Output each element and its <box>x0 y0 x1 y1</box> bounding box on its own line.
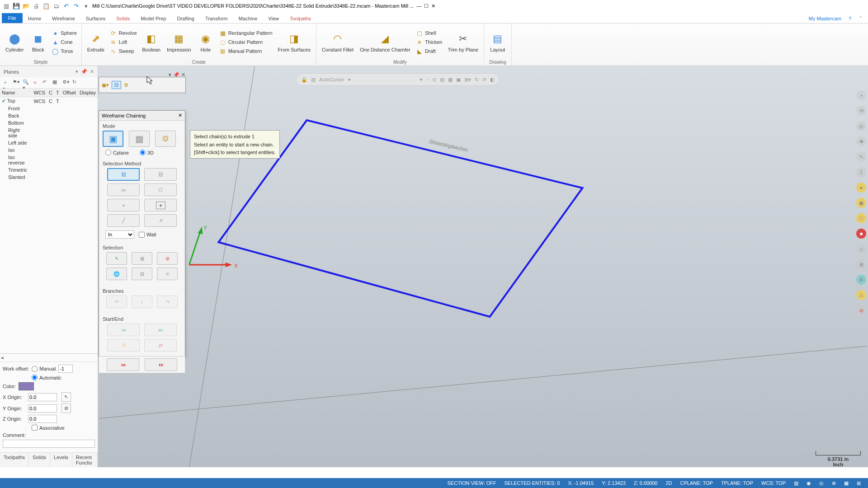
rectpattern-button[interactable]: ▦Rectangular Pattern <box>218 29 274 37</box>
table-row[interactable]: Slanted <box>0 174 98 181</box>
manual-value[interactable] <box>58 365 73 373</box>
autocursor-pick-icon[interactable]: ▥ <box>311 77 316 83</box>
loft-button[interactable]: ≋Loft <box>109 38 138 46</box>
collapse-ribbon-icon[interactable]: ⌃ <box>855 14 866 23</box>
chain-next-button[interactable]: ⏭ <box>145 358 177 371</box>
planes-eq-icon[interactable]: ＝ <box>33 79 40 86</box>
rt-cursor-icon[interactable]: ↖ <box>856 152 866 162</box>
status-i4-icon[interactable]: ⊕ <box>832 480 836 486</box>
rt-warn-icon[interactable]: ⚠ <box>856 290 866 300</box>
ac-1-icon[interactable]: ✦ <box>419 77 423 83</box>
trimbyplane-button[interactable]: ✂Trim by Plane <box>446 31 480 53</box>
polygon-method-button[interactable]: ⬠ <box>144 183 177 196</box>
tab-surfaces[interactable]: Surfaces <box>80 14 111 23</box>
cylinder-button[interactable]: ⬤Cylinder <box>4 31 25 53</box>
onedist-button[interactable]: ◢One Distance Chamfer <box>358 31 412 53</box>
rt-red-icon[interactable]: ■ <box>856 229 866 239</box>
cone-button[interactable]: ▲Cone <box>51 38 77 46</box>
rt-no-icon[interactable]: ⊘ <box>856 305 866 315</box>
status-i3-icon[interactable]: ◎ <box>819 480 824 486</box>
xorigin-input[interactable] <box>28 393 57 401</box>
tab-home[interactable]: Home <box>23 14 47 23</box>
qat-open-icon[interactable]: 📂 <box>23 2 30 9</box>
col-t[interactable]: T <box>54 89 61 97</box>
wait-check[interactable]: Wait <box>139 232 156 238</box>
status-i5-icon[interactable]: ▦ <box>844 480 849 486</box>
ac-4-icon[interactable]: ▤ <box>440 77 444 83</box>
chain-prev-button[interactable]: ⏮ <box>107 358 139 371</box>
status-section[interactable]: SECTION VIEW: OFF <box>448 480 496 486</box>
zorigin-input[interactable] <box>28 415 57 423</box>
rt-target-icon[interactable]: ◎ <box>856 121 866 131</box>
partial-method-button[interactable]: ⛓ <box>144 168 177 181</box>
table-row[interactable]: Bottom <box>0 119 98 127</box>
color-swatch[interactable] <box>19 382 34 390</box>
select-world-button[interactable]: 🌐 <box>106 267 127 280</box>
manual-radio[interactable]: Manual <box>32 366 56 372</box>
qat-new-icon[interactable]: ▥ <box>3 2 10 9</box>
qat-save-icon[interactable]: 💾 <box>13 2 20 9</box>
bottab-levels[interactable]: Levels <box>50 453 72 467</box>
ac-7-icon[interactable]: ⊞▾ <box>464 77 471 83</box>
ac-9-icon[interactable]: ⟳ <box>482 77 486 83</box>
ac-3-icon[interactable]: ⊙ <box>432 77 436 83</box>
mode-settings-button[interactable]: ⚙ <box>155 131 176 147</box>
tab-view[interactable]: View <box>263 14 284 23</box>
ac-6-icon[interactable]: ▣ <box>456 77 461 83</box>
in-select[interactable]: In <box>105 230 134 239</box>
mode-wireframe-button[interactable]: ▣ <box>103 131 123 147</box>
tab-modelprep[interactable]: Model Prep <box>135 14 171 23</box>
maximize-icon[interactable]: ☐ <box>424 3 429 9</box>
sphere-button[interactable]: ●Sphere <box>51 29 77 37</box>
go-start-button[interactable]: ⏮ <box>107 324 140 336</box>
col-display[interactable]: Display <box>78 89 98 97</box>
tab-toolpaths[interactable]: Toolpaths <box>284 14 316 23</box>
qat-clip-icon[interactable]: 📋 <box>42 2 50 9</box>
select-none-button[interactable]: ⊘ <box>157 252 178 265</box>
automatic-radio[interactable]: Automatic <box>32 375 61 380</box>
torus-button[interactable]: ◯Torus <box>51 47 77 55</box>
reset-origin-icon[interactable]: ⊘ <box>61 404 71 413</box>
status-wcs[interactable]: WCS: TOP <box>761 480 786 486</box>
qat-box-icon[interactable]: 🗂 <box>52 2 60 9</box>
point-method-button[interactable]: ＋ <box>107 199 140 211</box>
mode-solid-button[interactable]: ▦ <box>129 131 150 147</box>
branch-prev-button[interactable]: ↶ <box>106 296 127 308</box>
ac-2-icon[interactable]: ◦ <box>427 77 429 82</box>
help-icon[interactable]: ? <box>845 14 855 23</box>
rt-poly-icon[interactable]: ⬠ <box>856 213 866 223</box>
planes-refresh-icon[interactable]: ↻ <box>72 79 80 86</box>
table-row[interactable]: Right side <box>0 127 98 139</box>
tab-solids[interactable]: Solids <box>111 14 135 23</box>
table-row[interactable]: ✔ TopWCSCT <box>0 97 98 105</box>
branch-next-button[interactable]: ↷ <box>157 296 178 308</box>
rt-plus-icon[interactable]: ＋ <box>856 90 866 100</box>
col-name[interactable]: Name <box>0 89 32 97</box>
tab-drafting[interactable]: Drafting <box>171 14 200 23</box>
impression-button[interactable]: ▦Impression <box>165 31 193 53</box>
col-c[interactable]: C <box>47 89 54 97</box>
status-i1-icon[interactable]: ▥ <box>794 480 798 486</box>
window-method-button[interactable]: ▭ <box>107 183 140 196</box>
my-mastercam-link[interactable]: My Mastercam <box>805 14 845 23</box>
select-disabled-button[interactable]: ✱ <box>157 267 178 280</box>
layout-button[interactable]: ▤Layout <box>488 31 508 53</box>
docklet-pin-icon[interactable]: 📌 <box>173 72 179 78</box>
docklet-close-icon[interactable]: ✕ <box>181 72 185 78</box>
rt-bracket-icon[interactable]: ⟦ <box>856 167 866 177</box>
planes-gear-icon[interactable]: ⚙▾ <box>62 79 70 86</box>
viewport[interactable]: Streamingteacher. X Y <box>98 66 868 467</box>
fromsurfaces-button[interactable]: ◨From Surfaces <box>276 31 312 53</box>
go-end-button[interactable]: ⏭ <box>144 324 177 336</box>
line-method-button[interactable]: ╱ <box>107 214 140 227</box>
close-icon[interactable]: ✕ <box>431 3 435 9</box>
yorigin-input[interactable] <box>28 404 57 413</box>
cplane-radio[interactable]: Cplane <box>105 150 129 155</box>
constfillet-button[interactable]: ◠Constant Fillet <box>320 31 355 53</box>
swap-dir-button[interactable]: ⇅ <box>107 339 140 352</box>
table-row[interactable]: Back <box>0 112 98 119</box>
tab-wireframe[interactable]: Wireframe <box>47 14 80 23</box>
scroll-left-icon[interactable]: ◂ <box>0 353 98 361</box>
associative-check[interactable]: Associative <box>32 425 65 431</box>
status-dim[interactable]: 2D <box>665 480 672 486</box>
